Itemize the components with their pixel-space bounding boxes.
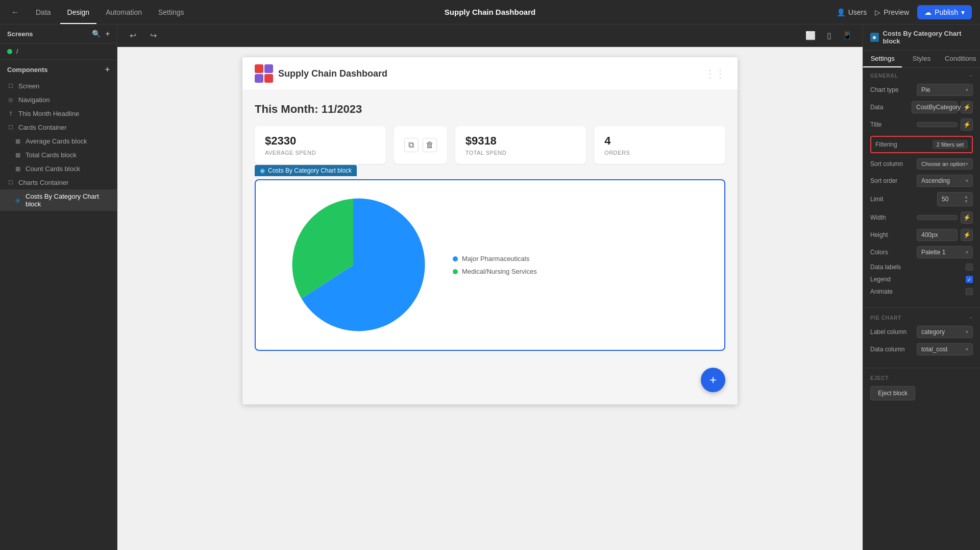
width-input[interactable] xyxy=(917,215,958,220)
limit-row: Limit 50 ▲▼ xyxy=(870,192,973,206)
sort-order-value: Ascending xyxy=(921,177,950,184)
legend-checkbox[interactable]: ✓ xyxy=(966,276,973,283)
tab-design[interactable]: Design xyxy=(60,5,97,19)
tree-item-screen[interactable]: ☐ Screen xyxy=(0,79,117,93)
pie-collapse-icon[interactable]: − xyxy=(969,315,973,321)
data-labels-row: Data labels xyxy=(870,264,973,271)
height-input[interactable]: 400px xyxy=(917,229,958,241)
eject-section-title: EJECT xyxy=(870,375,973,381)
sort-order-select[interactable]: Ascending ▾ xyxy=(917,175,973,187)
tree-item-total-cards[interactable]: ▦ Total Cards block xyxy=(0,148,117,162)
view-buttons: ⬜ ▯ 📱 xyxy=(803,29,854,43)
component-tree: ☐ Screen ◎ Navigation T This Month Headl… xyxy=(0,79,117,550)
tree-item-headline[interactable]: T This Month Headline xyxy=(0,107,117,121)
search-icon[interactable]: 🔍 xyxy=(92,30,101,38)
tree-item-cards-container[interactable]: ☐ Cards Container xyxy=(0,121,117,134)
colors-value: Palette 1 xyxy=(921,249,945,256)
sort-column-value: Choose an option xyxy=(921,161,965,167)
copy-card-button[interactable]: ⧉ xyxy=(404,138,419,152)
filtering-label: Filtering xyxy=(875,141,897,148)
general-label: GENERAL xyxy=(870,73,898,79)
publish-button[interactable]: ☁ Publish ▾ xyxy=(917,5,972,19)
add-component-button[interactable]: + xyxy=(105,65,110,74)
width-lightning-button[interactable]: ⚡ xyxy=(961,211,973,224)
tree-item-avg-cards[interactable]: ▦ Average Cards block xyxy=(0,134,117,148)
height-control: 400px ⚡ xyxy=(917,229,973,241)
navigation-tree-icon: ◎ xyxy=(7,97,14,104)
orders-card: 4 ORDERS xyxy=(594,126,725,164)
screens-label: Screens xyxy=(7,30,33,38)
delete-card-button[interactable]: 🗑 xyxy=(423,138,437,152)
mobile-view-button[interactable]: 📱 xyxy=(840,29,854,43)
data-column-select[interactable]: total_cost ▾ xyxy=(917,343,973,355)
limit-spinners[interactable]: ▲▼ xyxy=(964,195,968,204)
grid-dots-icon[interactable]: ⋮⋮ xyxy=(705,67,725,80)
tablet-view-button[interactable]: ▯ xyxy=(822,29,836,43)
eject-block-button[interactable]: Eject block xyxy=(870,386,915,400)
colors-select[interactable]: Palette 1 ▾ xyxy=(917,246,973,258)
section-divider-2 xyxy=(863,368,980,368)
limit-input[interactable]: 50 ▲▼ xyxy=(937,192,973,206)
logo-sq-2 xyxy=(264,64,273,73)
sort-column-select[interactable]: Choose an option ▾ xyxy=(917,158,973,170)
back-button[interactable]: ← xyxy=(8,5,22,19)
tab-data[interactable]: Data xyxy=(29,5,58,19)
tab-settings-right[interactable]: Settings xyxy=(863,51,902,67)
chevron-down-icon: ▾ xyxy=(961,8,965,16)
filtering-badge[interactable]: 2 filters set xyxy=(933,140,968,149)
tab-settings[interactable]: Settings xyxy=(151,5,191,19)
label-column-label: Label column xyxy=(870,328,906,336)
tree-item-label: Charts Container xyxy=(18,179,68,186)
total-spend-label: TOTAL SPEND xyxy=(465,150,576,156)
legend-label-field: Legend xyxy=(870,276,891,283)
section-divider-1 xyxy=(863,307,980,308)
canvas-area: ↩ ↪ ⬜ ▯ 📱 Supply Cha xyxy=(117,25,863,550)
title-row: Title ⚡ xyxy=(870,118,973,131)
height-lightning-button[interactable]: ⚡ xyxy=(961,229,973,241)
tree-item-charts-container[interactable]: ☐ Charts Container xyxy=(0,176,117,189)
tree-item-cost-chart[interactable]: ◉ Costs By Category Chart block xyxy=(0,189,117,211)
width-label: Width xyxy=(870,214,886,221)
tree-item-label: Total Cards block xyxy=(26,151,77,159)
user-icon: 👤 xyxy=(837,8,845,16)
chart-label-text: Costs By Category Chart block xyxy=(268,167,352,174)
canvas-content: Supply Chain Dashboard ⋮⋮ This Month: 11… xyxy=(117,47,863,550)
redo-button[interactable]: ↪ xyxy=(146,29,160,43)
desktop-view-button[interactable]: ⬜ xyxy=(803,29,818,43)
title-input[interactable] xyxy=(917,122,958,127)
data-select[interactable]: CostByCategory ▾ xyxy=(912,101,958,113)
preview-label: Preview xyxy=(884,8,909,16)
general-collapse-icon[interactable]: − xyxy=(969,73,973,79)
preview-button[interactable]: ▷ Preview xyxy=(875,8,909,16)
data-lightning-button[interactable]: ⚡ xyxy=(961,101,973,113)
screen-active-dot xyxy=(7,49,12,54)
data-labels-checkbox[interactable] xyxy=(966,264,973,271)
fab-button[interactable]: + xyxy=(701,368,725,392)
publish-icon: ☁ xyxy=(924,8,932,16)
tab-automation[interactable]: Automation xyxy=(99,5,149,19)
chart-type-select[interactable]: Pie ▾ xyxy=(917,84,973,96)
screen-item-root[interactable]: / xyxy=(0,43,117,59)
filtering-row[interactable]: Filtering 2 filters set xyxy=(870,136,973,153)
tab-conditions-right[interactable]: Conditions xyxy=(941,51,980,67)
chart-label-icon: ◉ xyxy=(260,167,265,174)
avg-spend-card: $2330 AVERAGE SPEND xyxy=(255,126,386,164)
charts-container-tree-icon: ☐ xyxy=(7,179,14,186)
limit-value: 50 xyxy=(942,196,948,203)
legend-row: Legend ✓ xyxy=(870,276,973,283)
animate-checkbox[interactable] xyxy=(966,288,973,295)
legend-label-major: Major Pharmaceuticals xyxy=(462,255,529,262)
animate-row: Animate xyxy=(870,288,973,295)
tab-styles-right[interactable]: Styles xyxy=(902,51,941,67)
users-button[interactable]: 👤 Users xyxy=(837,8,867,16)
tree-item-count-cards[interactable]: ▦ Count Cards block xyxy=(0,162,117,176)
logo-sq-3 xyxy=(255,74,263,83)
chart-type-row: Chart type Pie ▾ xyxy=(870,84,973,96)
undo-button[interactable]: ↩ xyxy=(126,29,140,43)
tree-item-navigation[interactable]: ◎ Navigation xyxy=(0,93,117,107)
left-sidebar: Screens 🔍 + / Components + ☐ Screen ◎ Na… xyxy=(0,25,117,550)
add-screen-icon[interactable]: + xyxy=(106,30,110,38)
label-column-select[interactable]: category ▾ xyxy=(917,326,973,338)
label-column-value: category xyxy=(921,328,945,336)
title-lightning-button[interactable]: ⚡ xyxy=(961,118,973,131)
